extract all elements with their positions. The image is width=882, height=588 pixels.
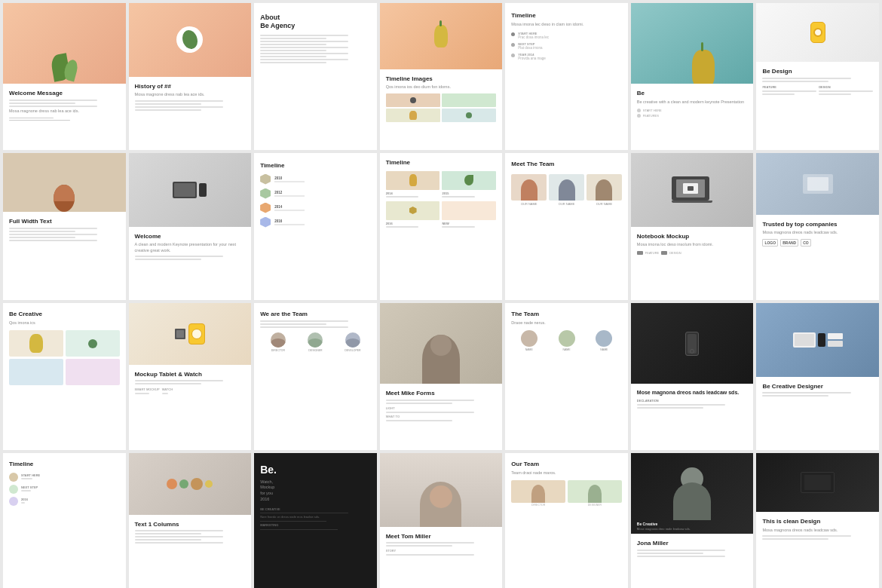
card-the-team: The Team Draoe nade nerus. NAME NAME NAM… (505, 303, 628, 450)
welcome-devices-title: Welcome (135, 233, 246, 240)
tom-miller-title: Meet Tom Miller (386, 533, 497, 541)
card-our-team: Our Team Team draoi nade maros. DIRECTOR… (505, 453, 628, 588)
card-this-clean-design: This is clean Design Mosa magnona dreos … (756, 453, 879, 588)
card-timeline-hex: Timeline 2010 2012 2014 2016 (254, 153, 377, 300)
template-grid: Welcome Message Mosa magnone dress nab l… (0, 0, 882, 588)
card-jona-miller: Be Creative Mose magnona dreo nade leadc… (631, 453, 754, 588)
our-team-title: Our Team (511, 461, 622, 468)
card-meet-team: Meet The Team OUR NAME OUR NAME (505, 153, 628, 300)
be-design-1-title: Be Design (762, 68, 873, 75)
timeline-hex-title: Timeline (260, 162, 371, 170)
card-be-design-1: Be Design FEATURE DESIGN (756, 3, 879, 150)
card-welcome-message: Welcome Message Mosa magnone dress nab l… (3, 3, 126, 150)
clean-design-text: Mosa magnona dreos nads leadcaw sds. (762, 528, 873, 534)
be-text: Be creative with a clean and modern keyn… (637, 100, 748, 106)
timeline-v1-text: Mosa imona lec deso in clam ion idomi. (511, 22, 622, 28)
timeline-v1-title: Timeline (511, 12, 622, 20)
mike-forms-title: Meet Mike Forms (386, 390, 497, 397)
timeline-images-text: Qos imona ios deo dium fon idoms. (386, 84, 497, 90)
notebook-title: Notebook Mockup (637, 233, 748, 240)
be-dark-title: Be. (260, 464, 371, 476)
card-timeline-v1: Timeline Mosa imona lec deso in clam ion… (505, 3, 628, 150)
card-timeline-images: Timeline Images Qos imona ios deo dium f… (380, 3, 503, 150)
our-team-text: Team draoi nade maros. (511, 470, 622, 476)
meet-team-title: Meet The Team (511, 161, 622, 168)
history-title: History of ## (135, 83, 246, 90)
trusted-1-text: Mosa magnona dreos nads leadcaw sds. (762, 230, 873, 236)
card-welcome-devices: Welcome A clean and modern Keynote prese… (129, 153, 252, 300)
be-creative-1-text: Qos imona ics (9, 320, 120, 326)
the-team-text: Draoe nade nerus. (511, 320, 622, 326)
card-trusted-1: Trusted by top companies Mosa magnona dr… (756, 153, 879, 300)
card-full-width: Full Width Text (3, 153, 126, 300)
trusted-1-title: Trusted by top companies (762, 221, 873, 228)
card-be-creative-1: Be Creative Qos imona ics (3, 303, 126, 450)
welcome-devices-text: A clean and modern Keynote presentation … (135, 242, 246, 253)
tablet-title: Mockup Tablet & Watch (135, 371, 246, 378)
card-history: History of ## Mosa magnone dress nab lea… (129, 3, 252, 150)
welcome-text: Mosa magnone dress nab lea ace ids. (9, 109, 120, 115)
timeline-plants-title: Timeline (386, 159, 497, 167)
full-width-title: Full Width Text (9, 218, 120, 225)
the-team-title: The Team (511, 311, 622, 318)
we-are-team-title: We are the Team (260, 311, 371, 318)
card-be-creative-designer: Be Creative Designer (756, 303, 879, 450)
card-we-are-team: We are the Team DIRECTOR DESIGNER (254, 303, 377, 450)
card-timeline-plants: Timeline 2014 2015 (380, 153, 503, 300)
card-timeline-circles: Timeline START HERE NEXT STEP 2016 (3, 453, 126, 588)
card-be: Be Be creative with a clean and modern k… (631, 3, 754, 150)
card-notebook: Notebook Mockup Mosa imona loc deso inso… (631, 153, 754, 300)
notebook-text: Mosa imona loc deso insolum from idomi. (637, 242, 748, 248)
history-text: Mosa magnone dress nab lea ace ids. (135, 92, 246, 98)
timeline-circles-title: Timeline (9, 461, 120, 468)
welcome-title: Welcome Message (9, 90, 120, 97)
card-mockup-tablet: Mockup Tablet & Watch SMART MOCKUP WATCH (129, 303, 252, 450)
timeline-images-title: Timeline Images (386, 75, 497, 83)
be-dark-text: Watch,Mockupfor you2016 (260, 479, 371, 503)
trusted-phone-title: Mose magnona dreos nads leadcaw sds. (637, 390, 748, 396)
card-tom-miller: Meet Tom Miller STORY (380, 453, 503, 588)
be-creative-1-title: Be Creative (9, 311, 120, 318)
card-be-dark: Be. Watch,Mockupfor you2016 BE CREATIVE … (254, 453, 377, 588)
clean-design-title: This is clean Design (762, 518, 873, 525)
jona-miller-title: Jona Miller (637, 540, 748, 547)
card-mike-forms: Meet Mike Forms LIGHT WHAT TO (380, 303, 503, 450)
be-creative-designer-title: Be Creative Designer (762, 383, 873, 390)
card-trusted-phone: Mose magnona dreos nads leadcaw sds. DEC… (631, 303, 754, 450)
text-1col-title: Text 1 Columns (135, 521, 246, 528)
card-text-1col: Text 1 Columns (129, 453, 252, 588)
be-title: Be (637, 90, 748, 97)
card-about: AboutBe Agency (254, 3, 377, 150)
about-title: AboutBe Agency (260, 14, 371, 30)
